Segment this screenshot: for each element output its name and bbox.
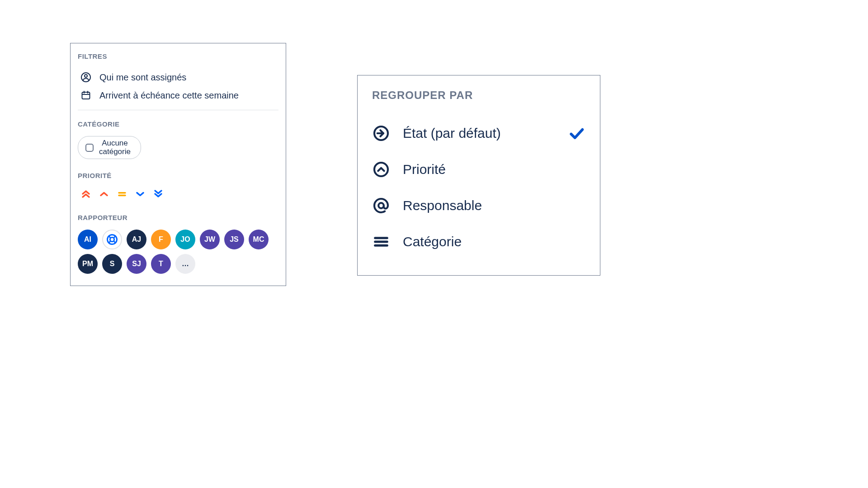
category-chip-none[interactable]: Aucune catégorie — [78, 136, 141, 159]
filter-due-this-week[interactable]: Arrivent à échéance cette semaine — [78, 86, 278, 104]
filters-panel: FILTRES Qui me sont assignés Arrivent à … — [70, 43, 286, 286]
avatar[interactable]: JW — [200, 230, 220, 249]
group-label: Priorité — [403, 162, 585, 177]
avatar[interactable]: AI — [78, 230, 98, 249]
avatar[interactable]: JO — [175, 230, 195, 249]
category-heading: CATÉGORIE — [78, 120, 278, 128]
status-icon — [372, 124, 390, 142]
reporter-section: RAPPORTEUR AIAJFJOJWJSMCPMSSJT… — [78, 214, 278, 274]
avatar[interactable]: AJ — [127, 230, 146, 249]
priority-section: PRIORITÉ — [78, 172, 278, 200]
check-icon — [567, 124, 585, 142]
avatar[interactable]: MC — [249, 230, 269, 249]
empty-square-icon — [85, 144, 94, 152]
group-by-panel: REGROUPER PAR État (par défaut) Priorité… — [357, 75, 600, 276]
priority-high-icon[interactable] — [98, 188, 110, 200]
category-section: CATÉGORIE Aucune catégorie — [78, 120, 278, 159]
calendar-icon — [80, 90, 91, 101]
avatar-icon[interactable] — [102, 230, 122, 249]
group-item-assignee[interactable]: Responsable — [372, 188, 585, 224]
avatar[interactable]: SJ — [127, 254, 146, 274]
avatar[interactable]: JS — [224, 230, 244, 249]
priority-lowest-icon[interactable] — [152, 188, 165, 200]
avatar[interactable]: PM — [78, 254, 98, 274]
at-icon — [372, 197, 390, 215]
divider — [78, 110, 278, 110]
priority-low-icon[interactable] — [134, 188, 146, 200]
filter-assigned-to-me[interactable]: Qui me sont assignés — [78, 68, 278, 86]
list-icon — [372, 233, 390, 251]
group-by-heading: REGROUPER PAR — [372, 89, 585, 102]
group-item-status[interactable]: État (par défaut) — [372, 115, 585, 151]
avatar-more[interactable]: … — [175, 254, 195, 274]
reporter-heading: RAPPORTEUR — [78, 214, 278, 221]
priority-circle-icon — [372, 160, 390, 178]
group-label: Responsable — [403, 198, 585, 213]
group-item-category[interactable]: Catégorie — [372, 224, 585, 260]
filter-label: Arrivent à échéance cette semaine — [99, 90, 239, 101]
group-label: État (par défaut) — [403, 126, 555, 141]
category-chip-label: Aucune catégorie — [99, 139, 131, 156]
avatar[interactable]: S — [102, 254, 122, 274]
lifebuoy-icon — [106, 233, 118, 246]
avatar[interactable]: F — [151, 230, 171, 249]
filter-label: Qui me sont assignés — [99, 72, 186, 83]
group-item-priority[interactable]: Priorité — [372, 151, 585, 188]
filters-heading: FILTRES — [78, 52, 278, 60]
priority-row — [78, 188, 278, 200]
priority-heading: PRIORITÉ — [78, 172, 278, 179]
group-label: Catégorie — [403, 234, 585, 249]
priority-highest-icon[interactable] — [80, 188, 92, 200]
avatar-row: AIAJFJOJWJSMCPMSSJT… — [78, 230, 277, 274]
priority-medium-icon[interactable] — [116, 188, 128, 200]
avatar[interactable]: T — [151, 254, 171, 274]
person-icon — [80, 72, 91, 83]
